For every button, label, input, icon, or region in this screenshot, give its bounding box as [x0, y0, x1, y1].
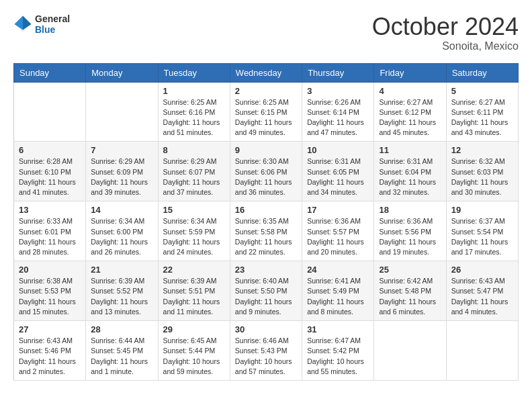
day-info: Sunrise: 6:42 AMSunset: 5:48 PMDaylight:…	[379, 276, 441, 317]
calendar-cell: 10Sunrise: 6:31 AMSunset: 6:05 PMDayligh…	[302, 142, 374, 201]
day-info: Sunrise: 6:39 AMSunset: 5:51 PMDaylight:…	[163, 276, 225, 317]
day-info: Sunrise: 6:36 AMSunset: 5:57 PMDaylight:…	[307, 216, 369, 257]
day-detail: Daylight: 11 hours and 11 minutes.	[163, 297, 225, 317]
day-detail: Sunset: 6:03 PM	[451, 167, 513, 177]
day-detail: Daylight: 11 hours and 17 minutes.	[451, 237, 513, 257]
calendar-cell	[446, 321, 518, 381]
day-info: Sunrise: 6:44 AMSunset: 5:45 PMDaylight:…	[91, 336, 152, 377]
calendar-cell: 31Sunrise: 6:47 AMSunset: 5:42 PMDayligh…	[302, 321, 374, 381]
day-detail: Sunrise: 6:44 AM	[91, 336, 152, 346]
day-number: 19	[451, 205, 513, 215]
day-detail: Daylight: 11 hours and 8 minutes.	[307, 297, 369, 317]
day-detail: Sunrise: 6:31 AM	[379, 156, 441, 167]
day-number: 14	[91, 205, 152, 215]
day-info: Sunrise: 6:46 AMSunset: 5:43 PMDaylight:…	[235, 336, 297, 377]
calendar-header-row: SundayMondayTuesdayWednesdayThursdayFrid…	[14, 63, 519, 82]
day-header-thursday: Thursday	[302, 63, 374, 82]
day-detail: Daylight: 11 hours and 51 minutes.	[163, 118, 225, 138]
day-detail: Sunset: 5:48 PM	[379, 286, 441, 296]
day-detail: Sunrise: 6:36 AM	[379, 216, 441, 226]
day-number: 4	[379, 86, 441, 96]
day-info: Sunrise: 6:43 AMSunset: 5:47 PMDaylight:…	[451, 276, 513, 317]
day-detail: Daylight: 10 hours and 59 minutes.	[163, 357, 225, 377]
day-info: Sunrise: 6:37 AMSunset: 5:54 PMDaylight:…	[451, 216, 513, 257]
calendar-cell: 29Sunrise: 6:45 AMSunset: 5:44 PMDayligh…	[158, 321, 230, 381]
day-detail: Sunrise: 6:40 AM	[235, 276, 297, 286]
day-detail: Daylight: 11 hours and 41 minutes.	[19, 177, 81, 197]
day-detail: Sunset: 5:57 PM	[307, 227, 369, 237]
day-detail: Sunset: 6:14 PM	[307, 107, 369, 118]
calendar-cell: 1Sunrise: 6:25 AMSunset: 6:16 PMDaylight…	[158, 82, 230, 142]
day-detail: Sunrise: 6:39 AM	[91, 276, 152, 286]
day-number: 28	[91, 324, 152, 334]
calendar-cell	[86, 82, 158, 142]
day-number: 2	[235, 86, 297, 96]
day-detail: Sunrise: 6:38 AM	[19, 276, 81, 286]
day-info: Sunrise: 6:43 AMSunset: 5:46 PMDaylight:…	[19, 336, 81, 377]
day-info: Sunrise: 6:25 AMSunset: 6:15 PMDaylight:…	[235, 97, 297, 138]
day-detail: Daylight: 11 hours and 9 minutes.	[235, 297, 297, 317]
day-info: Sunrise: 6:28 AMSunset: 6:10 PMDaylight:…	[19, 156, 81, 197]
day-detail: Sunrise: 6:32 AM	[451, 156, 513, 167]
day-info: Sunrise: 6:39 AMSunset: 5:52 PMDaylight:…	[91, 276, 152, 317]
day-detail: Sunrise: 6:34 AM	[91, 216, 152, 226]
day-detail: Sunset: 5:45 PM	[91, 346, 152, 356]
day-detail: Sunset: 6:10 PM	[19, 167, 81, 177]
day-detail: Sunset: 5:59 PM	[163, 227, 225, 237]
day-detail: Sunrise: 6:25 AM	[235, 97, 297, 107]
calendar-cell: 9Sunrise: 6:30 AMSunset: 6:06 PMDaylight…	[230, 142, 302, 201]
logo: General Blue	[13, 13, 70, 35]
day-detail: Daylight: 11 hours and 36 minutes.	[235, 177, 297, 197]
day-number: 31	[307, 324, 369, 334]
calendar-cell: 16Sunrise: 6:35 AMSunset: 5:58 PMDayligh…	[230, 201, 302, 261]
day-detail: Daylight: 11 hours and 32 minutes.	[379, 177, 441, 197]
svg-marker-2	[14, 15, 23, 30]
calendar-cell	[14, 82, 86, 142]
day-detail: Sunset: 6:07 PM	[163, 167, 225, 177]
day-detail: Sunrise: 6:42 AM	[379, 276, 441, 286]
location-subtitle: Sonoita, Mexico	[372, 40, 519, 52]
day-detail: Sunrise: 6:26 AM	[307, 97, 369, 107]
day-detail: Sunset: 5:49 PM	[307, 286, 369, 296]
calendar-week-row: 27Sunrise: 6:43 AMSunset: 5:46 PMDayligh…	[14, 321, 519, 381]
day-info: Sunrise: 6:35 AMSunset: 5:58 PMDaylight:…	[235, 216, 297, 257]
day-detail: Sunrise: 6:28 AM	[19, 156, 81, 167]
day-info: Sunrise: 6:27 AMSunset: 6:11 PMDaylight:…	[451, 97, 513, 138]
day-number: 15	[163, 205, 225, 215]
calendar-cell: 30Sunrise: 6:46 AMSunset: 5:43 PMDayligh…	[230, 321, 302, 381]
day-detail: Daylight: 11 hours and 43 minutes.	[451, 118, 513, 138]
day-detail: Sunset: 6:09 PM	[91, 167, 152, 177]
day-header-friday: Friday	[374, 63, 446, 82]
day-detail: Sunset: 6:04 PM	[379, 167, 441, 177]
day-number: 6	[19, 145, 81, 155]
calendar-cell: 15Sunrise: 6:34 AMSunset: 5:59 PMDayligh…	[158, 201, 230, 261]
calendar-week-row: 20Sunrise: 6:38 AMSunset: 5:53 PMDayligh…	[14, 261, 519, 321]
day-info: Sunrise: 6:32 AMSunset: 6:03 PMDaylight:…	[451, 156, 513, 197]
day-detail: Sunset: 5:51 PM	[163, 286, 225, 296]
calendar-cell: 8Sunrise: 6:29 AMSunset: 6:07 PMDaylight…	[158, 142, 230, 201]
day-info: Sunrise: 6:27 AMSunset: 6:12 PMDaylight:…	[379, 97, 441, 138]
day-header-saturday: Saturday	[446, 63, 518, 82]
day-detail: Sunset: 6:05 PM	[307, 167, 369, 177]
day-detail: Sunset: 6:12 PM	[379, 107, 441, 118]
calendar-cell: 13Sunrise: 6:33 AMSunset: 6:01 PMDayligh…	[14, 201, 86, 261]
calendar-cell: 5Sunrise: 6:27 AMSunset: 6:11 PMDaylight…	[446, 82, 518, 142]
day-detail: Sunset: 6:06 PM	[235, 167, 297, 177]
calendar-cell: 6Sunrise: 6:28 AMSunset: 6:10 PMDaylight…	[14, 142, 86, 201]
day-detail: Sunrise: 6:30 AM	[235, 156, 297, 167]
day-detail: Sunset: 5:52 PM	[91, 286, 152, 296]
day-detail: Sunset: 6:16 PM	[163, 107, 225, 118]
day-detail: Sunrise: 6:36 AM	[307, 216, 369, 226]
day-info: Sunrise: 6:47 AMSunset: 5:42 PMDaylight:…	[307, 336, 369, 377]
day-detail: Sunset: 5:47 PM	[451, 286, 513, 296]
calendar-cell: 14Sunrise: 6:34 AMSunset: 6:00 PMDayligh…	[86, 201, 158, 261]
day-detail: Sunrise: 6:39 AM	[163, 276, 225, 286]
calendar-cell: 25Sunrise: 6:42 AMSunset: 5:48 PMDayligh…	[374, 261, 446, 321]
calendar-table: SundayMondayTuesdayWednesdayThursdayFrid…	[13, 63, 519, 381]
day-detail: Daylight: 10 hours and 55 minutes.	[307, 357, 369, 377]
calendar-cell: 26Sunrise: 6:43 AMSunset: 5:47 PMDayligh…	[446, 261, 518, 321]
calendar-cell: 21Sunrise: 6:39 AMSunset: 5:52 PMDayligh…	[86, 261, 158, 321]
calendar-cell	[374, 321, 446, 381]
day-number: 3	[307, 86, 369, 96]
day-detail: Sunrise: 6:35 AM	[235, 216, 297, 226]
